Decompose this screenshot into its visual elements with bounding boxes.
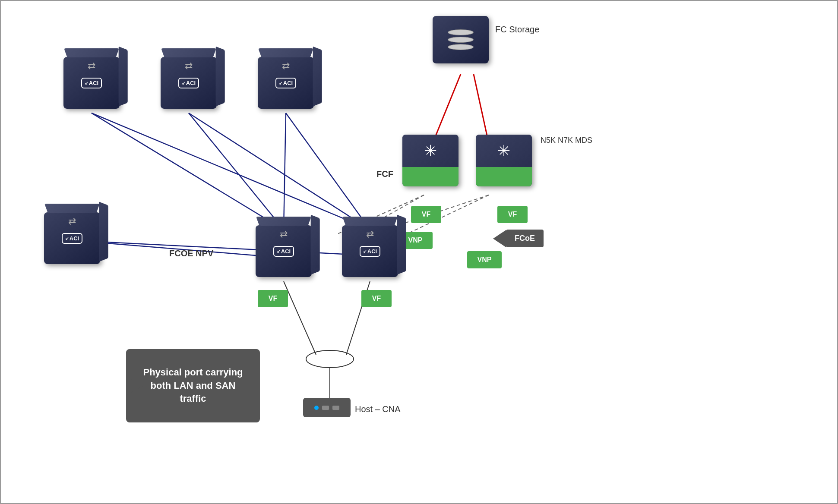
disk-3 xyxy=(448,44,474,50)
fcf-switch-bottom-1 xyxy=(402,167,459,186)
disk-2 xyxy=(448,37,474,43)
svg-point-16 xyxy=(306,350,354,368)
fcf-switch-2: ✳ xyxy=(476,135,532,186)
aci-badge-6: ↙ACI xyxy=(360,246,380,257)
switch-arrows-1: ⇄ xyxy=(63,60,120,72)
fcoe-npv-label: FCOE NPV xyxy=(169,247,213,260)
switch-arrows-3: ⇄ xyxy=(258,60,314,72)
vf-label-4: VF xyxy=(361,290,392,307)
svg-line-5 xyxy=(189,113,370,230)
aci-switch-2: ⇄ ↙ACI xyxy=(161,57,217,109)
vf-label-3: VF xyxy=(258,290,288,307)
fcf-switch-bottom-2 xyxy=(476,167,532,186)
fc-storage-label: FC Storage xyxy=(495,25,539,35)
aci-badge-1: ↙ACI xyxy=(81,78,102,88)
fcoe-arrow-left xyxy=(493,230,506,247)
disk-stack-icon xyxy=(448,29,474,50)
switch-top-face-4 xyxy=(44,204,100,213)
n5k-label: N5K N7K MDS xyxy=(541,135,592,146)
fcoe-label-box: FCoE xyxy=(506,230,544,247)
aci-switch-4: ⇄ ↙ACI xyxy=(44,212,100,264)
svg-line-6 xyxy=(284,113,286,230)
svg-line-4 xyxy=(189,113,284,230)
switch-side-face-5 xyxy=(311,215,320,275)
switch-arrows-4: ⇄ xyxy=(44,216,100,227)
aci-switch-6: ⇄ ↙ACI xyxy=(342,225,398,277)
cna-port-1 xyxy=(322,406,329,410)
svg-line-9 xyxy=(72,240,370,255)
callout-text-box: Physical port carrying both LAN and SAN … xyxy=(126,349,260,422)
switch-side-face-4 xyxy=(99,202,108,262)
aci-badge-4: ↙ACI xyxy=(62,233,82,244)
switch-side-face-2 xyxy=(216,47,225,107)
snowflake-icon-2: ✳ xyxy=(497,142,510,160)
snowflake-icon-1: ✳ xyxy=(424,142,437,160)
switch-top-face-6 xyxy=(342,217,398,226)
vnp-label-2: VNP xyxy=(467,251,502,268)
host-cna-label: Host – CNA xyxy=(355,404,401,414)
switch-top-face-2 xyxy=(161,48,216,57)
svg-line-0 xyxy=(433,74,461,143)
aci-badge-3: ↙ACI xyxy=(275,78,296,88)
disk-1 xyxy=(448,29,474,35)
switch-side-face-6 xyxy=(397,215,406,275)
aci-badge-5: ↙ACI xyxy=(273,246,294,257)
switch-arrows-6: ⇄ xyxy=(342,229,398,240)
fcf-switch-1: ✳ xyxy=(402,135,459,186)
switch-top-face-1 xyxy=(64,48,119,57)
aci-switch-1: ⇄ ↙ACI xyxy=(63,57,120,109)
svg-line-3 xyxy=(92,113,370,230)
aci-switch-5: ⇄ ↙ACI xyxy=(256,225,312,277)
diagram-container: FC Storage N5K N7K MDS FCF ✳ ✳ VF VF VNP… xyxy=(0,0,838,504)
switch-top-face-5 xyxy=(256,217,311,226)
cna-led-icon xyxy=(314,406,319,410)
cna-port-2 xyxy=(332,406,339,410)
switch-side-face-1 xyxy=(119,47,128,107)
switch-top-face-3 xyxy=(258,48,313,57)
switch-side-face-3 xyxy=(313,47,322,107)
callout-container: Physical port carrying both LAN and SAN … xyxy=(126,376,143,395)
svg-line-14 xyxy=(284,281,316,355)
fcf-label: FCF xyxy=(376,169,393,179)
aci-badge-2: ↙ACI xyxy=(178,78,199,88)
switch-arrows-2: ⇄ xyxy=(161,60,217,72)
vf-label-2: VF xyxy=(497,206,528,223)
fcoe-arrow-container: FCoE xyxy=(493,230,544,247)
fc-storage-device xyxy=(433,16,489,63)
svg-line-1 xyxy=(474,74,489,143)
fcf-switch-top-1: ✳ xyxy=(402,135,459,167)
switch-arrows-5: ⇄ xyxy=(256,229,312,240)
callout-arrow-right xyxy=(126,376,143,395)
host-cna-device xyxy=(303,398,351,417)
aci-switch-3: ⇄ ↙ACI xyxy=(258,57,314,109)
fcf-switch-top-2: ✳ xyxy=(476,135,532,167)
svg-line-2 xyxy=(92,113,284,230)
vf-label-1: VF xyxy=(411,206,441,223)
svg-line-7 xyxy=(286,113,370,230)
